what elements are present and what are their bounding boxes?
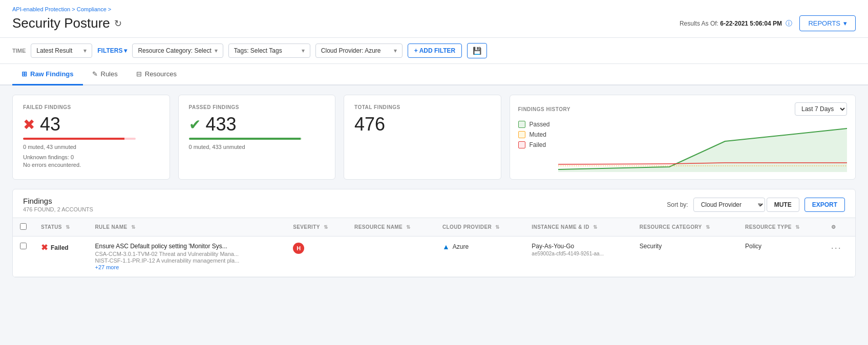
tab-rules[interactable]: ✎ Rules (83, 64, 127, 85)
cloud-provider-dropdown[interactable]: Cloud Provider: Azure ▾ (315, 44, 403, 58)
svg-marker-0 (558, 128, 847, 172)
grid-icon: ⊞ (22, 70, 27, 78)
save-filter-button[interactable]: 💾 (467, 43, 487, 58)
row-actions-cell[interactable]: ··· (824, 236, 855, 277)
failed-sub1: 0 muted, 43 unmuted (23, 144, 159, 150)
table-row: ✖ Failed Ensure ASC Default policy setti… (13, 236, 855, 277)
findings-table-section: Findings 476 FOUND, 2 ACCOUNTS Sort by: … (12, 189, 856, 277)
instance-id-text: ae59002a-cfd5-4149-9261-aa... (532, 251, 625, 256)
mute-button[interactable]: MUTE (767, 198, 799, 212)
sort-icon: ⇅ (131, 224, 135, 230)
failed-count: 43 (40, 115, 60, 134)
more-options-button[interactable]: ··· (831, 243, 842, 253)
severity-col-header[interactable]: SEVERITY ⇅ (286, 218, 347, 236)
failed-findings-card: FAILED FINDINGS ✖ 43 0 muted, 43 unmuted… (12, 95, 170, 180)
instance-name-text: Pay-As-You-Go (532, 243, 625, 250)
resource-name-col-header[interactable]: RESOURCE NAME ⇅ (347, 218, 435, 236)
legend-failed: Failed (518, 141, 550, 148)
history-period-dropdown[interactable]: Last 7 Days (795, 102, 847, 116)
legend-muted: Muted (518, 131, 550, 138)
passed-bar (189, 138, 302, 140)
findings-chart (558, 121, 847, 172)
tags-dropdown[interactable]: Tags: Select Tags ▾ (228, 44, 310, 58)
breadcrumb-part2[interactable]: Compliance (77, 6, 107, 12)
findings-history-card: FINDINGS HISTORY Last 7 Days Passed Mute… (510, 95, 856, 180)
rule-name-text[interactable]: Ensure ASC Default policy setting 'Monit… (95, 243, 279, 250)
legend-passed: Passed (518, 121, 550, 128)
resource-category-col-header[interactable]: RESOURCE CATEGORY ⇅ (632, 218, 738, 236)
chevron-down-icon: ▾ (83, 47, 87, 54)
row-checkbox[interactable] (20, 243, 27, 249)
history-title: FINDINGS HISTORY (518, 106, 570, 112)
resource-type-col-header[interactable]: RESOURCE TYPE ⇅ (738, 218, 824, 236)
tab-raw-findings[interactable]: ⊞ Raw Findings (12, 64, 83, 85)
list-icon: ⊟ (136, 70, 142, 78)
select-all-checkbox-col[interactable] (13, 218, 34, 236)
export-button[interactable]: EXPORT (805, 198, 845, 212)
rule-more-link[interactable]: +27 more (95, 264, 279, 270)
chevron-down-icon: ▾ (394, 47, 397, 54)
settings-col-header[interactable]: ⚙ (824, 218, 855, 236)
findings-table: STATUS ⇅ RULE NAME ⇅ SEVERITY ⇅ RESOUR (13, 218, 855, 277)
gear-icon[interactable]: ⚙ (831, 224, 836, 230)
breadcrumb-sep2: > (108, 6, 111, 12)
failed-legend-box (518, 141, 525, 148)
cloud-provider-col-header[interactable]: CLOUD PROVIDER ⇅ (435, 218, 524, 236)
passed-count: 433 (206, 115, 237, 134)
resource-name-cell (347, 236, 435, 277)
tabs-row: ⊞ Raw Findings ✎ Rules ⊟ Resources (0, 64, 868, 85)
chevron-down-icon: ▾ (124, 47, 127, 54)
severity-badge: H (293, 243, 304, 254)
failed-sub3: No errors encountered. (23, 162, 159, 168)
findings-title: Findings (23, 197, 93, 205)
select-all-checkbox[interactable] (20, 223, 27, 230)
findings-subtitle: 476 FOUND, 2 ACCOUNTS (23, 206, 93, 212)
save-icon: 💾 (473, 47, 481, 55)
azure-icon: ▲ (442, 243, 450, 251)
total-count: 476 (354, 115, 385, 134)
resource-type-cell: Policy (738, 236, 824, 277)
filters-label[interactable]: FILTERS ▾ (97, 47, 127, 54)
total-findings-label: TOTAL FINDINGS (354, 104, 491, 110)
severity-cell: H (286, 236, 347, 277)
rule-sub1: CSA-CCM-3.0.1-TVM-02 Threat and Vulnerab… (95, 251, 279, 257)
fail-icon: ✖ (23, 116, 35, 133)
rule-name-col-header[interactable]: RULE NAME ⇅ (88, 218, 286, 236)
chevron-down-icon: ▾ (302, 47, 305, 54)
failed-findings-label: FAILED FINDINGS (23, 104, 159, 110)
resource-category-dropdown[interactable]: Resource Category: Select ▾ (132, 44, 223, 58)
sort-icon: ⇅ (406, 224, 410, 230)
passed-findings-card: PASSED FINDINGS ✔ 433 0 muted, 433 unmut… (178, 95, 336, 180)
row-checkbox-cell[interactable] (13, 236, 34, 277)
instance-name-col-header[interactable]: INSTANCE NAME & ID ⇅ (524, 218, 632, 236)
breadcrumb: API-enabled Protection > Compliance > (12, 6, 856, 12)
pencil-icon: ✎ (92, 70, 98, 78)
failed-sub2: Unknown findings: 0 (23, 154, 159, 160)
sort-icon: ⇅ (495, 224, 499, 230)
page-title: Security Posture ↻ (12, 15, 122, 31)
status-cell: ✖ Failed (34, 236, 88, 277)
sort-by-label: Sort by: (667, 201, 688, 208)
results-as-of: Results As Of: 6-22-2021 5:06:04 PM ⓘ (680, 19, 792, 28)
cloud-provider-cell: ▲ Azure (435, 236, 524, 277)
instance-name-cell: Pay-As-You-Go ae59002a-cfd5-4149-9261-aa… (524, 236, 632, 277)
status-col-header[interactable]: STATUS ⇅ (34, 218, 88, 236)
breadcrumb-sep1: > (72, 6, 76, 12)
reports-button[interactable]: REPORTS ▾ (799, 15, 856, 31)
resource-category-cell: Security (632, 236, 738, 277)
add-filter-button[interactable]: + ADD FILTER (408, 44, 462, 58)
tab-resources[interactable]: ⊟ Resources (127, 64, 186, 85)
sort-icon: ⇅ (706, 224, 710, 230)
time-label: TIME (12, 48, 26, 54)
total-findings-card: TOTAL FINDINGS 476 (344, 95, 501, 180)
passed-legend-box (518, 121, 525, 128)
sort-by-dropdown[interactable]: Cloud Provider (693, 198, 765, 212)
latest-result-dropdown[interactable]: Latest Result ▾ (31, 44, 92, 58)
toolbar: TIME Latest Result ▾ FILTERS ▾ Resource … (0, 38, 868, 64)
chart-legend: Passed Muted Failed (518, 121, 550, 168)
fail-status-icon: ✖ (41, 243, 48, 252)
breadcrumb-part1[interactable]: API-enabled Protection (12, 6, 70, 12)
refresh-icon[interactable]: ↻ (114, 18, 122, 29)
passed-sub1: 0 muted, 433 unmuted (189, 144, 325, 150)
chevron-down-icon: ▾ (843, 19, 847, 27)
